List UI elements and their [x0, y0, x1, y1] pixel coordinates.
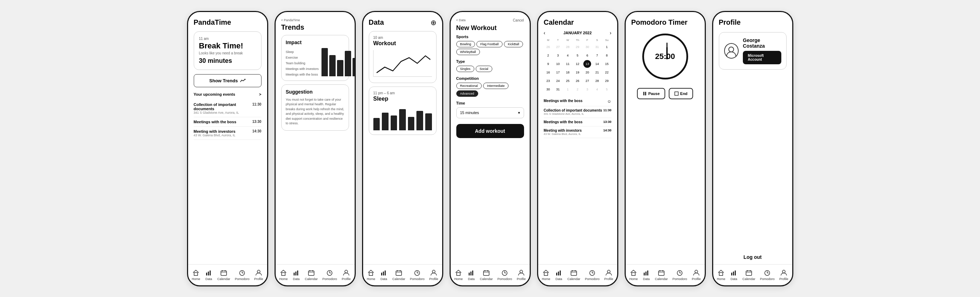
svg-point-51: [520, 270, 523, 273]
nav-home-1[interactable]: Home: [192, 269, 200, 281]
cal-day[interactable]: 2: [544, 51, 552, 59]
cal-day[interactable]: 14: [593, 60, 601, 68]
sport-kickball[interactable]: KickBall: [504, 41, 523, 47]
cal-day[interactable]: 20: [583, 69, 591, 76]
nav-home-3[interactable]: Home: [367, 269, 375, 281]
cal-day[interactable]: 7: [593, 51, 601, 59]
cal-day[interactable]: 6: [583, 51, 591, 59]
cal-day[interactable]: 30: [583, 43, 591, 51]
cal-day[interactable]: 19: [573, 69, 581, 76]
cal-day-today[interactable]: 13: [583, 60, 591, 68]
cal-day[interactable]: 18: [564, 69, 572, 76]
cal-day[interactable]: 5: [573, 51, 581, 59]
cal-day[interactable]: 28: [564, 43, 572, 51]
nav-data-4[interactable]: Data: [467, 269, 475, 281]
cal-day[interactable]: 26: [544, 43, 552, 51]
cal-day[interactable]: 1: [564, 85, 572, 93]
sport-flag-football[interactable]: Flag Football: [476, 41, 503, 47]
cal-day[interactable]: 10: [554, 60, 562, 68]
cal-day[interactable]: 4: [564, 51, 572, 59]
cal-day[interactable]: 29: [603, 77, 611, 85]
nav-home-2[interactable]: Home: [279, 269, 288, 281]
cal-day[interactable]: 21: [593, 69, 601, 76]
nav-profile-6[interactable]: Profile: [692, 269, 701, 281]
type-social[interactable]: Social: [476, 66, 492, 72]
pause-button[interactable]: Pause: [637, 88, 665, 99]
cancel-button[interactable]: Cancel: [513, 18, 524, 22]
nav-pomodoro-6[interactable]: Pomodoro: [673, 269, 687, 281]
nav-profile-7[interactable]: Profile: [779, 269, 788, 281]
end-button[interactable]: End: [669, 88, 693, 99]
new-workout-back[interactable]: < Data: [456, 18, 466, 22]
microsoft-account-button[interactable]: Microsoft Account: [743, 51, 781, 64]
nav-pomodoro-3[interactable]: Pomodoro: [410, 269, 425, 281]
trends-back[interactable]: < PandaTime: [281, 18, 349, 22]
type-singles[interactable]: Singles: [456, 66, 475, 72]
nav-data-6[interactable]: Data: [642, 269, 650, 281]
nav-home-7[interactable]: Home: [717, 269, 725, 281]
cal-day[interactable]: 27: [554, 43, 562, 51]
nav-home-5[interactable]: Home: [542, 269, 550, 281]
nav-calendar-6[interactable]: Calendar: [655, 269, 668, 281]
nav-pomodoro-1[interactable]: Pomodoro: [235, 269, 250, 281]
nav-data-7[interactable]: Data: [730, 269, 738, 281]
nav-profile-1[interactable]: Profile: [254, 269, 263, 281]
cal-day[interactable]: 2: [573, 85, 581, 93]
nav-profile-3[interactable]: Profile: [429, 269, 438, 281]
cal-day[interactable]: 15: [603, 60, 611, 68]
cal-day[interactable]: 5: [603, 85, 611, 93]
nav-data-2[interactable]: Data: [292, 269, 300, 281]
nav-profile-5[interactable]: Profile: [604, 269, 613, 281]
nav-data-1[interactable]: Data: [205, 269, 212, 281]
nav-pomodoro-2[interactable]: Pomodoro: [323, 269, 337, 281]
cal-day[interactable]: 8: [603, 51, 611, 59]
cal-day[interactable]: 1: [603, 43, 611, 51]
cal-day[interactable]: 9: [544, 60, 552, 68]
nav-profile-2[interactable]: Profile: [342, 269, 351, 281]
cal-day[interactable]: 27: [583, 77, 591, 85]
nav-pomodoro-5[interactable]: Pomodoro: [585, 269, 600, 281]
nav-data-5[interactable]: Data: [555, 269, 563, 281]
cal-day[interactable]: 28: [593, 77, 601, 85]
nav-data-3[interactable]: Data: [380, 269, 388, 281]
nav-profile-4[interactable]: Profile: [517, 269, 526, 281]
add-data-button[interactable]: ⊕: [431, 18, 436, 27]
cal-day[interactable]: 22: [603, 69, 611, 76]
cal-day[interactable]: 17: [554, 69, 562, 76]
nav-pomodoro-4[interactable]: Pomodoro: [498, 269, 512, 281]
cal-day[interactable]: 11: [564, 60, 572, 68]
nav-calendar-5[interactable]: Calendar: [568, 269, 581, 281]
nav-calendar-1[interactable]: Calendar: [217, 269, 231, 281]
show-trends-button[interactable]: Show Trends: [194, 74, 261, 87]
nav-calendar-2[interactable]: Calendar: [305, 269, 318, 281]
nav-calendar-7[interactable]: Calendar: [743, 269, 756, 281]
cal-day[interactable]: 3: [583, 85, 591, 93]
cal-day[interactable]: 26: [573, 77, 581, 85]
logout-button[interactable]: Log out: [719, 254, 787, 264]
sport-whirleyball[interactable]: WhirleyBall: [456, 49, 480, 55]
cal-day[interactable]: 25: [564, 77, 572, 85]
cal-day[interactable]: 16: [544, 69, 552, 76]
cal-day[interactable]: 29: [573, 43, 581, 51]
cal-day[interactable]: 31: [593, 43, 601, 51]
cal-day[interactable]: 3: [554, 51, 562, 59]
time-select[interactable]: 15 minutes ▾: [456, 107, 524, 118]
cal-day[interactable]: 24: [554, 77, 562, 85]
add-workout-button[interactable]: Add workout: [456, 124, 524, 138]
nav-calendar-4[interactable]: Calendar: [480, 269, 493, 281]
comp-advanced[interactable]: Advanced: [456, 90, 478, 97]
nav-home-4[interactable]: Home: [454, 269, 463, 281]
cal-day[interactable]: 30: [544, 85, 552, 93]
comp-intermediate[interactable]: Intermediate: [483, 83, 509, 89]
cal-day[interactable]: 12: [573, 60, 581, 68]
cal-day[interactable]: 31: [554, 85, 562, 93]
prev-month-button[interactable]: ‹: [544, 30, 546, 36]
cal-day[interactable]: 23: [544, 77, 552, 85]
nav-home-6[interactable]: Home: [629, 269, 638, 281]
next-month-button[interactable]: ›: [610, 30, 612, 36]
nav-pomodoro-7[interactable]: Pomodoro: [760, 269, 775, 281]
nav-calendar-3[interactable]: Calendar: [393, 269, 406, 281]
sport-bowling[interactable]: Bowling: [456, 41, 476, 47]
cal-day[interactable]: 4: [593, 85, 601, 93]
comp-recreational[interactable]: Recreational: [456, 83, 482, 89]
